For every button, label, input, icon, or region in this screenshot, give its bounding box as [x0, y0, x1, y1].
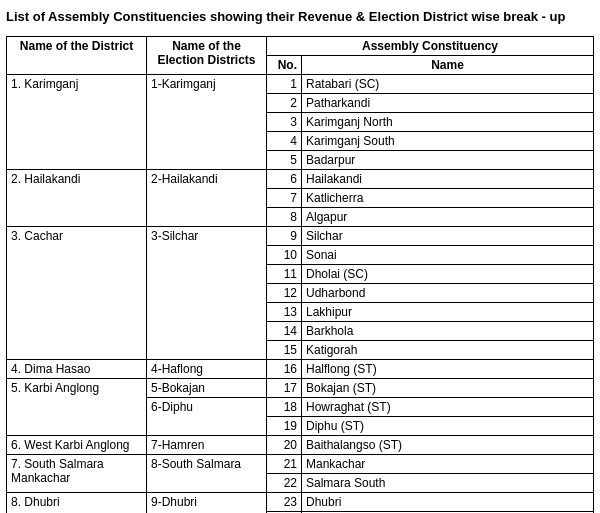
header-election: Name of the Election Districts — [147, 37, 267, 75]
no-cell: 1 — [267, 75, 302, 94]
election-cell: 1-Karimganj — [147, 75, 267, 170]
no-cell: 15 — [267, 341, 302, 360]
constituency-cell: Karimganj North — [302, 113, 594, 132]
election-cell: 4-Haflong — [147, 360, 267, 379]
district-cell: 5. Karbi Anglong — [7, 379, 147, 436]
no-cell: 8 — [267, 208, 302, 227]
constituency-cell: Dholai (SC) — [302, 265, 594, 284]
no-cell: 6 — [267, 170, 302, 189]
no-cell: 18 — [267, 398, 302, 417]
header-row: Name of the District Name of the Electio… — [7, 37, 594, 56]
constituency-cell: Halflong (ST) — [302, 360, 594, 379]
no-cell: 23 — [267, 493, 302, 512]
election-cell: 2-Hailakandi — [147, 170, 267, 227]
table-row: 5. Karbi Anglong5-Bokajan17Bokajan (ST) — [7, 379, 594, 398]
constituency-cell: Badarpur — [302, 151, 594, 170]
header-no: No. — [267, 56, 302, 75]
table-row: 4. Dima Hasao4-Haflong16Halflong (ST) — [7, 360, 594, 379]
district-cell: 1. Karimganj — [7, 75, 147, 170]
election-cell: 5-Bokajan — [147, 379, 267, 398]
constituency-cell: Hailakandi — [302, 170, 594, 189]
constituency-cell: Salmara South — [302, 474, 594, 493]
constituency-cell: Mankachar — [302, 455, 594, 474]
constituency-cell: Patharkandi — [302, 94, 594, 113]
table-body: 1. Karimganj1-Karimganj1Ratabari (SC)2Pa… — [7, 75, 594, 513]
no-cell: 3 — [267, 113, 302, 132]
no-cell: 22 — [267, 474, 302, 493]
constituency-cell: Diphu (ST) — [302, 417, 594, 436]
header-assembly: Assembly Constituency — [267, 37, 594, 56]
district-cell: 8. Dhubri — [7, 493, 147, 513]
constituency-cell: Barkhola — [302, 322, 594, 341]
no-cell: 5 — [267, 151, 302, 170]
no-cell: 7 — [267, 189, 302, 208]
no-cell: 21 — [267, 455, 302, 474]
constituency-cell: Udharbond — [302, 284, 594, 303]
no-cell: 17 — [267, 379, 302, 398]
constituency-cell: Dhubri — [302, 493, 594, 512]
no-cell: 4 — [267, 132, 302, 151]
constituency-cell: Baithalangso (ST) — [302, 436, 594, 455]
table-row: 2. Hailakandi2-Hailakandi6Hailakandi — [7, 170, 594, 189]
constituency-cell: Algapur — [302, 208, 594, 227]
constituency-cell: Lakhipur — [302, 303, 594, 322]
no-cell: 16 — [267, 360, 302, 379]
no-cell: 2 — [267, 94, 302, 113]
election-cell: 8-South Salmara — [147, 455, 267, 493]
no-cell: 20 — [267, 436, 302, 455]
no-cell: 12 — [267, 284, 302, 303]
page-title: List of Assembly Constituencies showing … — [6, 8, 594, 26]
constituency-cell: Bokajan (ST) — [302, 379, 594, 398]
constituency-cell: Howraghat (ST) — [302, 398, 594, 417]
no-cell: 19 — [267, 417, 302, 436]
table-row: 6. West Karbi Anglong7-Hamren20Baithalan… — [7, 436, 594, 455]
district-cell: 2. Hailakandi — [7, 170, 147, 227]
district-cell: 6. West Karbi Anglong — [7, 436, 147, 455]
constituency-cell: Silchar — [302, 227, 594, 246]
constituency-cell: Ratabari (SC) — [302, 75, 594, 94]
election-cell: 6-Diphu — [147, 398, 267, 436]
election-cell: 3-Silchar — [147, 227, 267, 360]
district-cell: 7. South Salmara Mankachar — [7, 455, 147, 493]
header-district: Name of the District — [7, 37, 147, 75]
constituency-cell: Katlicherra — [302, 189, 594, 208]
page-container: List of Assembly Constituencies showing … — [0, 0, 600, 513]
no-cell: 11 — [267, 265, 302, 284]
no-cell: 9 — [267, 227, 302, 246]
district-cell: 3. Cachar — [7, 227, 147, 360]
no-cell: 10 — [267, 246, 302, 265]
constituency-cell: Katigorah — [302, 341, 594, 360]
no-cell: 13 — [267, 303, 302, 322]
election-cell: 7-Hamren — [147, 436, 267, 455]
election-cell: 9-Dhubri — [147, 493, 267, 513]
district-cell: 4. Dima Hasao — [7, 360, 147, 379]
no-cell: 14 — [267, 322, 302, 341]
constituency-cell: Karimganj South — [302, 132, 594, 151]
table-row: 7. South Salmara Mankachar8-South Salmar… — [7, 455, 594, 474]
table-row: 3. Cachar3-Silchar9Silchar — [7, 227, 594, 246]
constituency-cell: Sonai — [302, 246, 594, 265]
table-row: 1. Karimganj1-Karimganj1Ratabari (SC) — [7, 75, 594, 94]
main-table: Name of the District Name of the Electio… — [6, 36, 594, 513]
header-name: Name — [302, 56, 594, 75]
table-row: 8. Dhubri9-Dhubri23Dhubri — [7, 493, 594, 512]
